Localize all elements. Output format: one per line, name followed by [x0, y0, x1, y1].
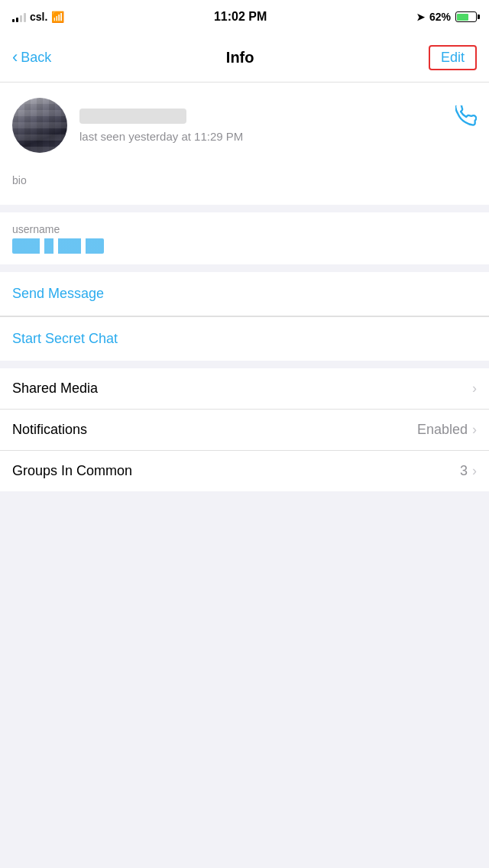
- username-section: username: [0, 212, 489, 264]
- groups-in-common-right: 3 ›: [460, 463, 477, 479]
- notifications-right: Enabled ›: [417, 422, 477, 438]
- call-icon[interactable]: [455, 105, 477, 132]
- status-right: ➤ 62%: [416, 11, 477, 23]
- groups-in-common-label: Groups In Common: [12, 463, 132, 479]
- username-label: username: [12, 223, 477, 235]
- username-value: [12, 238, 477, 254]
- section-divider-3: [0, 361, 489, 368]
- carrier-label: csl.: [30, 11, 47, 23]
- profile-header: last seen yesterday at 11:29 PM: [12, 98, 477, 153]
- wifi-icon: 📶: [51, 11, 64, 23]
- section-divider-2: [0, 264, 489, 272]
- status-left: csl. 📶: [12, 11, 64, 23]
- chevron-right-icon: ›: [472, 381, 477, 397]
- chevron-right-icon-2: ›: [472, 422, 477, 438]
- send-message-button[interactable]: Send Message: [0, 272, 489, 316]
- groups-in-common-value: 3: [460, 463, 468, 479]
- profile-name-redacted: [79, 108, 186, 124]
- location-icon: ➤: [416, 11, 425, 23]
- profile-info: last seen yesterday at 11:29 PM: [79, 108, 243, 143]
- groups-in-common-row[interactable]: Groups In Common 3 ›: [0, 451, 489, 491]
- notifications-label: Notifications: [12, 422, 87, 438]
- edit-button[interactable]: Edit: [429, 45, 477, 70]
- shared-media-right: ›: [468, 381, 477, 397]
- profile-status: last seen yesterday at 11:29 PM: [79, 130, 243, 143]
- notifications-row[interactable]: Notifications Enabled ›: [0, 410, 489, 451]
- profile-left: last seen yesterday at 11:29 PM: [12, 98, 243, 153]
- bottom-spacer: [0, 491, 489, 507]
- battery-percent: 62%: [429, 11, 451, 23]
- action-section: Send Message Start Secret Chat: [0, 272, 489, 361]
- profile-section: last seen yesterday at 11:29 PM bio: [0, 83, 489, 205]
- chevron-left-icon: ‹: [12, 47, 18, 67]
- section-divider-1: [0, 205, 489, 212]
- username-row: username: [0, 212, 489, 264]
- chevron-right-icon-3: ›: [472, 463, 477, 479]
- avatar: [12, 98, 67, 153]
- battery-icon: [455, 11, 477, 22]
- bio-section: bio: [12, 165, 477, 189]
- settings-section: Shared Media › Notifications Enabled › G…: [0, 368, 489, 491]
- shared-media-row[interactable]: Shared Media ›: [0, 368, 489, 410]
- notifications-value: Enabled: [417, 422, 468, 438]
- nav-bar: ‹ Back Info Edit: [0, 34, 489, 83]
- page-title: Info: [226, 49, 254, 66]
- start-secret-chat-label: Start Secret Chat: [12, 331, 118, 346]
- status-time: 11:02 PM: [214, 10, 267, 24]
- signal-bars-icon: [12, 11, 26, 22]
- back-button[interactable]: ‹ Back: [12, 49, 51, 67]
- shared-media-label: Shared Media: [12, 381, 98, 397]
- status-bar: csl. 📶 11:02 PM ➤ 62%: [0, 0, 489, 34]
- send-message-label: Send Message: [12, 286, 104, 301]
- username-redacted: [12, 238, 104, 254]
- back-label: Back: [21, 50, 51, 66]
- start-secret-chat-button[interactable]: Start Secret Chat: [0, 317, 489, 361]
- bio-label: bio: [12, 174, 477, 186]
